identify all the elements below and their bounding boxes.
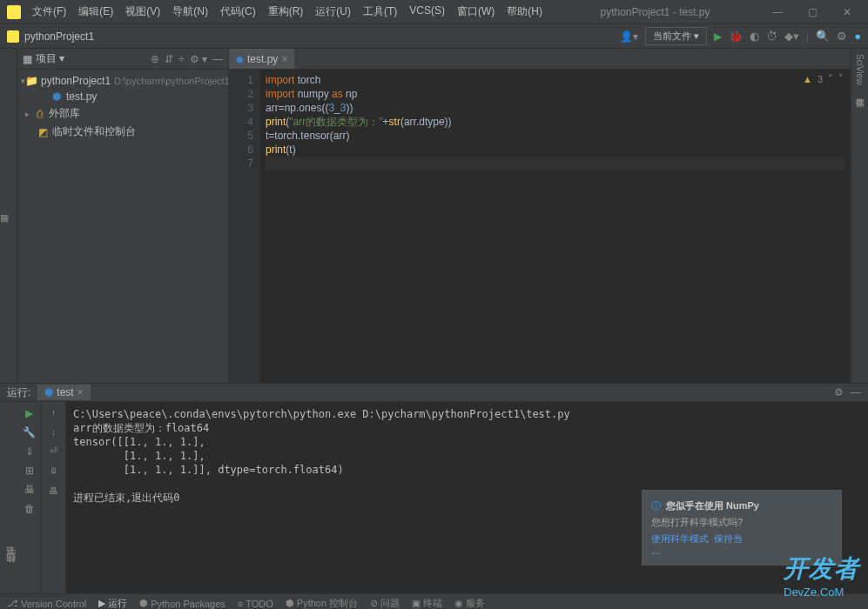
editor-area: ⬢ test.py × 1234567 import torchimport n… (229, 49, 851, 383)
console-settings-icon[interactable]: ⚙ (834, 386, 844, 398)
close-button[interactable]: ✕ (833, 6, 861, 18)
print-button[interactable]: 🖶 (24, 484, 35, 496)
keep-layout-link[interactable]: 保持当 (714, 533, 743, 544)
folder-icon: 📁 (25, 75, 37, 87)
python-icon: ⬢ (44, 386, 53, 398)
project-panel: ▦ 项目 ▾ ⊕ ⇵ ÷ ⚙ ▾ — ▾ 📁 pythonProject1 D:… (17, 49, 229, 383)
menu-help[interactable]: 帮助(H) (502, 3, 547, 21)
project-tree: ▾ 📁 pythonProject1 D:\pycharm\pythonProj… (17, 70, 228, 144)
settings-icon[interactable]: ⚙ ▾ (190, 53, 207, 65)
editor-tabs: ⬢ test.py × (229, 49, 851, 70)
menu-tools[interactable]: 工具(T) (359, 3, 401, 21)
use-sci-link[interactable]: 使用科学模式 (651, 533, 709, 544)
tab-services[interactable]: ◉ 服务 (454, 597, 485, 609)
run-button[interactable]: ▶ (714, 30, 722, 43)
project-icon (7, 30, 19, 43)
wrap-button[interactable]: ⏎ (50, 445, 57, 457)
rerun-button[interactable]: ▶ (25, 407, 33, 419)
menu-view[interactable]: 视图(V) (121, 3, 165, 21)
debug-button[interactable]: 🐞 (729, 30, 743, 43)
python-icon: ⬢ (236, 55, 244, 64)
notification-popup[interactable]: ⓘ您似乎在使用 NumPy 您想打开科学模式吗? 使用科学模式 保持当 … (642, 490, 842, 566)
minimize-button[interactable]: — (764, 6, 791, 18)
right-tool-strip: SciView 数据库 (851, 49, 868, 383)
info-icon: ⓘ (651, 499, 661, 512)
project-tool-tab[interactable]: ▦ (0, 212, 9, 224)
chevron-down-icon[interactable]: ˅ (838, 73, 844, 84)
delete-button[interactable]: 🗑 (24, 503, 35, 515)
menu-vcs[interactable]: VCS(S) (405, 3, 449, 21)
chevron-up-icon[interactable]: ˄ (828, 73, 833, 84)
concurrent-button[interactable]: ◆▾ (784, 30, 799, 43)
tab-problems[interactable]: ⊘ 问题 (370, 597, 400, 609)
left-tool-strip: ▦ (0, 49, 17, 383)
clear-button[interactable]: 🖶 (49, 485, 58, 496)
maximize-button[interactable]: ▢ (798, 6, 826, 18)
titlebar: 文件(F) 编辑(E) 视图(V) 导航(N) 代码(C) 重构(R) 运行(U… (0, 0, 868, 24)
tab-pyconsole[interactable]: ⬢ Python 控制台 (286, 597, 358, 609)
project-title: 项目 ▾ (36, 51, 151, 66)
profiler-button[interactable]: ⏱ (766, 30, 777, 43)
learn-button[interactable]: ● (854, 30, 861, 43)
window-controls: — ▢ ✕ (764, 6, 861, 18)
collapse-all-icon[interactable]: ÷ (178, 53, 185, 65)
project-header: ▦ 项目 ▾ ⊕ ⇵ ÷ ⚙ ▾ — (17, 49, 228, 70)
navbar: pythonProject1 👤▾ 当前文件 ▾ ▶ 🐞 ◐ ⏱ ◆▾ | 🔍 … (0, 24, 868, 49)
menu-edit[interactable]: 编辑(E) (74, 3, 118, 21)
editor-tab[interactable]: ⬢ test.py × (229, 49, 294, 69)
left-bottom-tabs: 结构 书签 (0, 564, 17, 571)
tree-file[interactable]: ⬢ test.py (21, 89, 225, 104)
layout-button[interactable]: ⇓ (25, 445, 34, 458)
menubar: 文件(F) 编辑(E) 视图(V) 导航(N) 代码(C) 重构(R) 运行(U… (28, 3, 547, 21)
window-title: pythonProject1 - test.py (547, 6, 764, 18)
tab-vcs[interactable]: ⎇ Version Control (7, 598, 86, 609)
close-icon[interactable]: × (77, 386, 84, 398)
editor[interactable]: 1234567 import torchimport numpy as npar… (229, 70, 851, 383)
app-logo-icon (7, 5, 21, 19)
console-toolbar-1: ▶ 🔧 ⇓ ⊞ 🖶 🗑 (17, 402, 42, 593)
scroll-button[interactable]: ⤋ (50, 465, 57, 477)
menu-navigate[interactable]: 导航(N) (168, 3, 212, 21)
tab-packages[interactable]: ⬢ Python Packages (139, 598, 225, 609)
expand-all-icon[interactable]: ⇵ (165, 53, 173, 65)
select-opened-icon[interactable]: ⊕ (151, 53, 159, 65)
console-toolbar-2: ↑ ↓ ⏎ ⤋ 🖶 (42, 402, 66, 593)
menu-window[interactable]: 窗口(W) (453, 3, 499, 21)
menu-file[interactable]: 文件(F) (28, 3, 71, 21)
code[interactable]: import torchimport numpy as nparr=np.one… (260, 70, 851, 383)
library-icon: ⎙ (33, 108, 45, 120)
settings-button[interactable]: ⚙ (837, 30, 847, 43)
down-button[interactable]: ↓ (51, 426, 57, 437)
bottom-tool-tabs: ⎇ Version Control ▶ 运行 ⬢ Python Packages… (0, 593, 868, 609)
python-file-icon: ⬢ (50, 90, 63, 103)
console-tab[interactable]: ⬢ test × (37, 385, 90, 400)
tab-terminal[interactable]: ▣ 终端 (412, 597, 442, 609)
stop-button[interactable]: 🔧 (23, 426, 36, 438)
tab-todo[interactable]: ≡ TODO (238, 599, 273, 609)
tree-root[interactable]: ▾ 📁 pythonProject1 D:\pycharm\pythonProj… (21, 73, 225, 89)
menu-run[interactable]: 运行(U) (311, 3, 355, 21)
tab-run[interactable]: ▶ 运行 (98, 597, 127, 609)
menu-refactor[interactable]: 重构(R) (264, 3, 308, 21)
inspections[interactable]: ▲3 ˄ ˅ (803, 73, 844, 84)
hide-icon[interactable]: — (212, 53, 223, 65)
menu-code[interactable]: 代码(C) (216, 3, 260, 21)
scratch-icon: ◩ (37, 126, 49, 138)
warning-icon: ▲ (803, 74, 812, 84)
console-hide-icon[interactable]: — (851, 386, 861, 398)
console-header: 运行: ⬢ test × ⚙ — (0, 383, 868, 402)
console-label: 运行: (7, 385, 30, 400)
close-tab-icon[interactable]: × (281, 53, 287, 65)
search-button[interactable]: 🔍 (816, 30, 830, 43)
tree-scratch[interactable]: ◩ 临时文件和控制台 (21, 123, 225, 141)
main-area: ▦ ▦ 项目 ▾ ⊕ ⇵ ÷ ⚙ ▾ — ▾ 📁 pythonProject1 … (0, 49, 868, 383)
pin-button[interactable]: ⊞ (25, 465, 34, 477)
run-config-dropdown[interactable]: 当前文件 ▾ (645, 27, 707, 45)
up-button[interactable]: ↑ (51, 407, 57, 418)
breadcrumb[interactable]: pythonProject1 (24, 30, 620, 43)
gutter: 1234567 (229, 70, 260, 383)
tree-external[interactable]: ▸ ⎙ 外部库 (21, 104, 225, 123)
coverage-button[interactable]: ◐ (750, 30, 759, 43)
sciview-tab[interactable]: SciView (855, 54, 865, 84)
user-icon[interactable]: 👤▾ (620, 30, 638, 43)
